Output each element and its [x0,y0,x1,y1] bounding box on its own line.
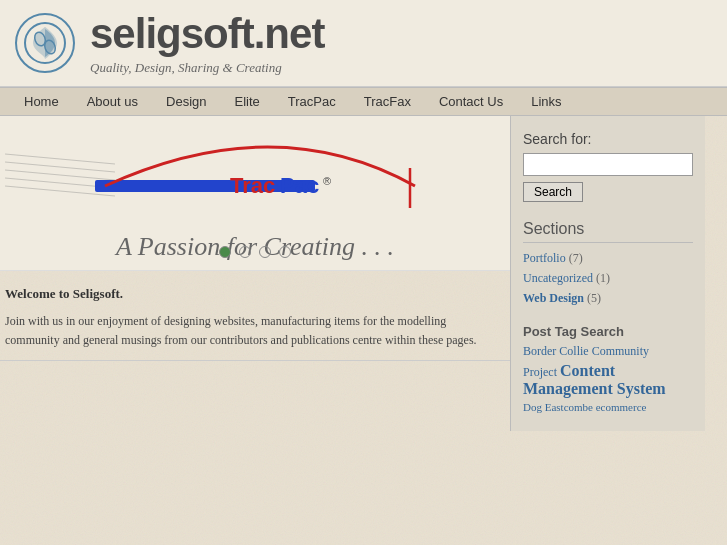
section-uncategorized[interactable]: Uncategorized (1) [523,271,693,286]
section-web-design[interactable]: Web Design (5) [523,291,693,306]
nav-tracpac[interactable]: TracPac [274,88,350,115]
site-name: seligsoft.net [90,10,324,58]
sidebar: Search for: Search Sections Portfolio (7… [510,116,705,431]
search-input[interactable] [523,153,693,176]
nav-contact[interactable]: Contact Us [425,88,517,115]
nav-about[interactable]: About us [73,88,152,115]
logo [15,13,75,73]
svg-text:Trac: Trac [230,173,275,198]
section-portfolio[interactable]: Portfolio (7) [523,251,693,266]
main-nav: Home About us Design Elite TracPac TracF… [0,87,727,116]
nav-tracfax[interactable]: TracFax [350,88,425,115]
header: seligsoft.net Quality, Design, Sharing &… [0,0,727,87]
search-button[interactable]: Search [523,182,583,202]
welcome-body: Join with us in our enjoyment of designi… [5,312,495,350]
tag-border-collie[interactable]: Border Collie Community [523,344,693,359]
welcome-title: Welcome to Seligsoft. [5,286,495,302]
tracpac-graphic: Trac Pac ® A Passion for Creating . . . [75,138,435,248]
slider-dot-1[interactable] [219,246,231,258]
nav-home[interactable]: Home [10,88,73,115]
svg-text:Pac: Pac [280,173,319,198]
nav-design[interactable]: Design [152,88,220,115]
site-tagline: Quality, Design, Sharing & Creating [90,60,324,76]
tag-dog-eastcombe[interactable]: Dog Eastcombe ecommerce [523,401,693,413]
slider-dots [219,246,291,258]
main-layout: Trac Pac ® A Passion for Creating . . . [0,116,727,431]
search-label: Search for: [523,131,693,147]
slider-dot-2[interactable] [239,246,251,258]
site-title-block: seligsoft.net Quality, Design, Sharing &… [90,10,324,76]
slider-dot-4[interactable] [279,246,291,258]
nav-elite[interactable]: Elite [220,88,273,115]
sections-title: Sections [523,220,693,243]
svg-text:®: ® [323,175,331,187]
post-tag-title: Post Tag Search [523,324,693,339]
tag-project-cms[interactable]: Project Content Management System [523,362,693,398]
content-area: Trac Pac ® A Passion for Creating . . . [0,116,510,431]
welcome-section: Welcome to Seligsoft. Join with us in ou… [0,271,510,361]
hero-slider: Trac Pac ® A Passion for Creating . . . [0,116,510,271]
nav-links[interactable]: Links [517,88,575,115]
slider-dot-3[interactable] [259,246,271,258]
